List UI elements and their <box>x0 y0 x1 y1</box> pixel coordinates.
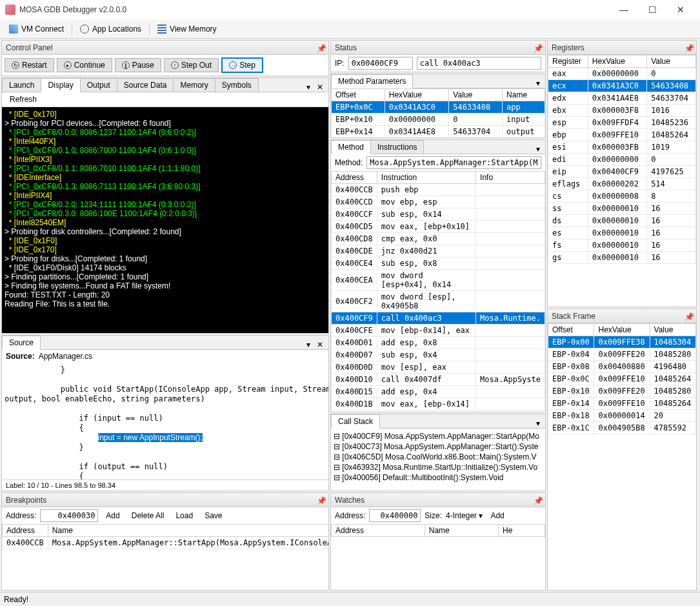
size-select[interactable]: 4-Integer ▾ <box>446 511 483 520</box>
method-name-input[interactable] <box>366 156 541 169</box>
list-item[interactable]: ⊟ [0x400CF9] Mosa.AppSystem.AppManager::… <box>334 431 543 441</box>
table-row[interactable]: 0x400CCBpush ebp <box>332 184 545 196</box>
list-item[interactable]: ⊟ [0x400056] Default::MultibootInit():Sy… <box>334 472 543 483</box>
close-button[interactable]: ✕ <box>666 0 695 19</box>
tab-dropdown-icon[interactable]: ▾ <box>534 79 543 88</box>
instruction-input[interactable] <box>417 57 541 70</box>
pin-icon[interactable]: 📌 <box>317 496 325 504</box>
pin-icon[interactable]: 📌 <box>534 44 541 52</box>
save-button[interactable]: Save <box>201 510 226 521</box>
table-row[interactable]: 0x400D15add esp, 0x4 <box>332 386 545 398</box>
watch-address-input[interactable] <box>369 509 421 522</box>
tab-callstack[interactable]: Call Stack <box>331 414 380 429</box>
tab-dropdown-icon[interactable]: ▾ <box>304 83 313 92</box>
restart-button[interactable]: ↻Restart <box>5 58 54 72</box>
table-row[interactable]: 0x400D1Bmov eax, [ebp-0x14] <box>332 398 545 410</box>
refresh-button[interactable]: Refresh <box>6 94 41 105</box>
pin-icon[interactable]: 📌 <box>685 44 692 52</box>
tab-close-icon[interactable]: ✕ <box>314 83 326 92</box>
table-row[interactable]: 0x400CFEmov [ebp-0x14], eax <box>332 325 545 337</box>
list-item[interactable]: ⊟ [0x463932] Mosa.Runtime.StartUp::Initi… <box>334 462 543 472</box>
callstack-list[interactable]: ⊟ [0x400CF9] Mosa.AppSystem.AppManager::… <box>331 429 545 490</box>
watches-table[interactable]: AddressNameHe <box>331 524 545 537</box>
table-row[interactable]: fs0x0000001016 <box>548 239 696 252</box>
table-row[interactable]: eax0x000000000 <box>548 68 696 80</box>
table-row[interactable]: EBP-0x080x004008804196480 <box>548 361 696 373</box>
continue-button[interactable]: ▸Continue <box>57 58 112 72</box>
maximize-button[interactable]: ☐ <box>638 0 666 19</box>
table-row[interactable]: 0x400D07sub esp, 0x4 <box>332 349 545 361</box>
table-row[interactable]: 0x400CCBMosa.AppSystem.AppManager::Start… <box>3 537 329 549</box>
tab-dropdown-icon[interactable]: ▾ <box>304 340 313 349</box>
tab-dropdown-icon[interactable]: ▾ <box>534 419 543 428</box>
table-row[interactable]: 0x400CEAmov dword [esp+0x4], 0x14 <box>332 270 545 291</box>
table-row[interactable]: EBP+0x140x0341A4E854633704output <box>332 126 545 138</box>
table-row[interactable]: esp0x009FFDF410485236 <box>548 117 696 129</box>
table-row[interactable]: 0x400CF9call 0x400ac3Mosa.Runtime. <box>332 312 545 325</box>
tab-display[interactable]: Display <box>41 78 80 92</box>
table-row[interactable]: EBP-0x000x009FFE3810485304 <box>548 336 696 348</box>
tab-source[interactable]: Source <box>2 336 41 350</box>
pin-icon[interactable]: 📌 <box>685 312 692 320</box>
step-button[interactable]: →Step <box>221 57 263 73</box>
table-row[interactable]: ebp0x009FFE1010485264 <box>548 129 696 141</box>
table-row[interactable]: 0x400CD5mov eax, [ebp+0x10] <box>332 221 545 233</box>
table-row[interactable]: ecx0x0341A3C054633408 <box>548 80 696 92</box>
breakpoints-table[interactable]: AddressName 0x400CCBMosa.AppSystem.AppMa… <box>2 524 328 549</box>
table-row[interactable]: EBP-0x0C0x009FFE1010485264 <box>548 373 696 385</box>
stepout-button[interactable]: ↑Step Out <box>164 58 219 72</box>
table-row[interactable]: EBP-0x100x009FFE2010485280 <box>548 385 696 398</box>
table-row[interactable]: 0x400CCFsub esp, 0x14 <box>332 208 545 221</box>
table-row[interactable]: EBP-0x180x0000001420 <box>548 410 696 422</box>
table-row[interactable]: esi0x000003FB1019 <box>548 141 696 154</box>
table-row[interactable]: 0x400CCDmov ebp, esp <box>332 196 545 208</box>
tab-method[interactable]: Method <box>331 140 371 154</box>
table-row[interactable]: 0x400CDEjnz 0x400d21 <box>332 245 545 258</box>
table-row[interactable]: eip0x00400CF94197625 <box>548 166 696 178</box>
list-item[interactable]: ⊟ [0x406C5D] Mosa.CoolWorld.x86.Boot::Ma… <box>334 452 543 462</box>
source-view[interactable]: } public void StartApp(IConsoleApp app, … <box>2 363 328 480</box>
table-row[interactable]: edi0x000000000 <box>548 154 696 166</box>
table-row[interactable]: gs0x0000001016 <box>548 252 696 264</box>
table-row[interactable]: ds0x0000001016 <box>548 215 696 227</box>
table-row[interactable]: EBP+0x100x000000000input <box>332 114 545 126</box>
table-row[interactable]: ebx0x000003F81016 <box>548 105 696 117</box>
tab-memory[interactable]: Memory <box>173 78 215 92</box>
deleteall-button[interactable]: Delete All <box>128 510 168 521</box>
pin-icon[interactable]: 📌 <box>534 496 541 504</box>
tab-method-params[interactable]: Method Parameters <box>331 74 413 88</box>
breakpoint-address-input[interactable] <box>40 509 98 522</box>
method-table[interactable]: AddressInstructionInfo 0x400CCBpush ebp0… <box>331 171 545 410</box>
vm-connect-button[interactable]: VM Connect <box>5 23 68 35</box>
table-row[interactable]: 0x400CF2mov dword [esp], 0x4905b8 <box>332 291 545 312</box>
ip-input[interactable] <box>348 57 413 70</box>
table-row[interactable]: 0x400CE4sub esp, 0x8 <box>332 258 545 270</box>
table-row[interactable]: 0x400D01add esp, 0x8 <box>332 337 545 349</box>
table-row[interactable]: cs0x000000088 <box>548 190 696 203</box>
table-row[interactable]: 0x400D10call 0x4007dfMosa.AppSyste <box>332 374 545 386</box>
tab-close-icon[interactable]: ✕ <box>314 340 326 349</box>
table-row[interactable]: EBP-0x140x009FFE1010485264 <box>548 398 696 410</box>
table-row[interactable]: ss0x0000001016 <box>548 203 696 215</box>
method-params-table[interactable]: OffsetHexValueValueName EBP+0x0C0x0341A3… <box>331 88 545 137</box>
tab-dropdown-icon[interactable]: ▾ <box>534 145 543 154</box>
table-row[interactable]: es0x0000001016 <box>548 227 696 239</box>
pin-icon[interactable]: 📌 <box>317 44 325 52</box>
table-row[interactable]: eflags0x00000202514 <box>548 178 696 190</box>
tab-output[interactable]: Output <box>80 78 117 92</box>
load-button[interactable]: Load <box>172 510 197 521</box>
table-row[interactable]: edx0x0341A4E854633704 <box>548 92 696 105</box>
table-row[interactable]: 0x400CD8cmp eax, 0x0 <box>332 233 545 245</box>
table-row[interactable]: EBP+0x0C0x0341A3C054633408app <box>332 101 545 114</box>
stackframe-table[interactable]: OffsetHexValueValue EBP-0x000x009FFE3810… <box>548 323 696 434</box>
tab-launch[interactable]: Launch <box>2 78 41 92</box>
list-item[interactable]: ⊟ [0x400C73] Mosa.AppSystem.AppManager::… <box>334 441 543 452</box>
add-button[interactable]: Add <box>486 510 508 521</box>
table-row[interactable]: EBP-0x040x009FFE2010485280 <box>548 348 696 361</box>
minimize-button[interactable]: — <box>610 0 638 19</box>
registers-table[interactable]: RegisterHexValueValue eax0x000000000ecx0… <box>548 55 696 264</box>
tab-symbols[interactable]: Symbols <box>215 78 259 92</box>
tab-sourcedata[interactable]: Source Data <box>117 78 174 92</box>
table-row[interactable]: EBP-0x1C0x004905B84785592 <box>548 422 696 434</box>
table-row[interactable]: 0x400D0Dmov [esp], eax <box>332 361 545 374</box>
